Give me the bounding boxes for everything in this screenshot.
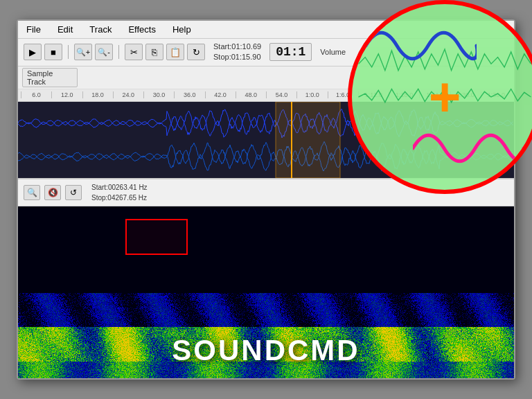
ruler-tick-7: 48.0 [236,91,266,98]
cut-button[interactable]: ✂ [125,44,143,60]
menu-edit[interactable]: Edit [55,23,76,36]
app-window: File Edit Track Effects Help ▶ ■ 🔍+ 🔍- ✂… [17,19,515,380]
loop-button[interactable]: ↻ [187,44,205,60]
ruler-tick-5: 36.0 [174,91,204,98]
track-label: Sample Track [22,68,78,87]
ruler-tick-4: 30.0 [143,91,174,98]
spectrogram-selection [125,219,188,255]
paste-button[interactable]: 📋 [166,44,184,60]
ruler-tick-3: 24.0 [113,91,143,98]
wave-blue-icon [366,25,477,66]
start-label: Start: [213,42,231,51]
stop-button[interactable]: ■ [44,44,62,60]
menu-effects[interactable]: Effects [125,23,159,36]
time-display: 01:1 [269,43,312,61]
volume-label: Volume [320,48,346,56]
freq-info: Start:00263.41 Hz Stop:04267.65 Hz [91,182,148,203]
zoom-in-button[interactable]: 🔍+ [74,44,92,60]
separator-1 [68,45,69,59]
zoom-out-button[interactable]: 🔍- [95,44,113,60]
freq-stop: Stop:04267.65 Hz [91,193,148,203]
circle-content: + [352,4,532,190]
stop-label: Stop: [213,53,231,61]
start-time: 01:10.69 [231,42,261,51]
refresh-button[interactable]: ↺ [65,185,82,200]
overlay-circle: + [348,0,532,194]
separator-2 [118,45,119,59]
playhead [291,102,292,178]
freq-start: Start:00263.41 Hz [91,182,148,193]
ruler-tick-2: 18.0 [82,91,113,98]
menu-help[interactable]: Help [170,23,194,36]
ruler-tick-9: 1:0.0 [296,91,327,98]
ruler-tick-8: 54.0 [266,91,296,98]
mute-button[interactable]: 🔇 [44,185,61,200]
spectrogram-container[interactable]: SOUNDCMD [18,206,514,378]
spectrogram-canvas [18,206,514,378]
toolbar-time-info: Start:01:10.69 Stop:01:15.90 [213,42,261,63]
plus-icon: + [429,69,461,125]
ruler-tick-0: 6.0 [21,91,51,98]
ruler-tick-1: 12.0 [51,91,82,98]
play-button[interactable]: ▶ [24,44,42,60]
menu-track[interactable]: Track [87,23,114,36]
wave-pink-icon [413,127,524,169]
copy-button[interactable]: ⎘ [145,44,163,60]
menu-file[interactable]: File [24,23,44,36]
stop-time: 01:15.90 [231,53,261,61]
ruler-tick-6: 42.0 [205,91,236,98]
zoom-spectrogram-button[interactable]: 🔍 [24,185,40,200]
